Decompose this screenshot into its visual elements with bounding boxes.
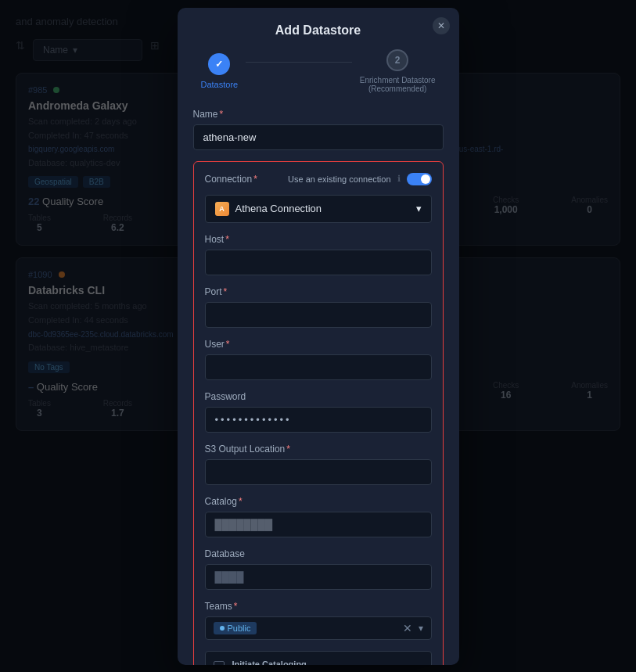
host-group: Host* xyxy=(205,234,432,275)
initiate-title: Initiate Cataloging xyxy=(232,659,423,665)
connection-select[interactable]: A Athena Connection ▾ xyxy=(205,195,432,223)
host-label: Host* xyxy=(205,234,432,245)
database-input[interactable]: ████ xyxy=(205,564,432,590)
database-value: ████ xyxy=(215,571,244,583)
initiate-cataloging-row[interactable]: Initiate Cataloging Automatically start … xyxy=(205,651,432,665)
connection-label: Connection* xyxy=(205,174,257,185)
step-1-label: Datastore xyxy=(201,80,239,89)
user-label: User* xyxy=(205,339,432,350)
connection-name: Athena Connection xyxy=(235,203,322,214)
s3-label: S3 Output Location* xyxy=(205,444,432,455)
catalog-value: ████████ xyxy=(215,519,273,530)
info-icon: ℹ xyxy=(397,174,401,184)
chevron-down-icon: ▾ xyxy=(416,203,422,214)
catalog-group: Catalog* ████████ xyxy=(205,496,432,537)
close-icon: ✕ xyxy=(437,20,445,31)
catalog-label: Catalog* xyxy=(205,496,432,507)
step-2-label: Enrichment Datastore (Recommended) xyxy=(360,76,436,93)
port-group: Port* xyxy=(205,286,432,328)
use-existing-toggle[interactable]: Use an existing connection ℹ xyxy=(288,173,431,185)
s3-group: S3 Output Location* xyxy=(205,444,432,485)
initiate-checkbox[interactable] xyxy=(214,661,225,665)
toggle-switch[interactable] xyxy=(407,173,432,185)
teams-select[interactable]: Public ✕ ▾ xyxy=(205,616,432,640)
database-label: Database xyxy=(205,548,432,559)
name-group: Name* xyxy=(193,109,444,150)
user-input[interactable] xyxy=(205,354,432,380)
s3-input[interactable] xyxy=(205,459,432,485)
stepper: ✓ Datastore 2 Enrichment Datastore (Reco… xyxy=(178,49,459,109)
user-group: User* xyxy=(205,339,432,380)
port-label: Port* xyxy=(205,286,432,297)
catalog-input[interactable]: ████████ xyxy=(205,512,432,537)
step-enrichment: 2 Enrichment Datastore (Recommended) xyxy=(360,49,436,93)
modal-body: Name* Connection* Use an existing connec… xyxy=(178,109,459,665)
teams-chevron-icon: ▾ xyxy=(419,623,423,634)
password-group: Password xyxy=(205,391,432,433)
connection-select-inner: A Athena Connection xyxy=(215,202,322,216)
use-existing-label: Use an existing connection xyxy=(288,174,390,184)
teams-group: Teams* Public ✕ ▾ xyxy=(205,601,432,640)
modal-title: Add Datastore xyxy=(275,23,361,37)
teams-value: Public xyxy=(228,623,251,633)
public-badge: Public xyxy=(214,622,257,634)
athena-icon: A xyxy=(215,202,229,216)
password-label: Password xyxy=(205,391,432,402)
initiate-text: Initiate Cataloging Automatically start … xyxy=(232,659,423,665)
modal-overlay: Add Datastore ✕ ✓ Datastore 2 Enrichment… xyxy=(0,0,636,672)
port-input[interactable] xyxy=(205,302,432,328)
step-1-circle: ✓ xyxy=(208,53,230,75)
database-group: Database ████ xyxy=(205,548,432,590)
add-datastore-modal: Add Datastore ✕ ✓ Datastore 2 Enrichment… xyxy=(178,8,459,665)
host-input[interactable] xyxy=(205,250,432,275)
step-datastore: ✓ Datastore xyxy=(201,53,239,89)
badge-dot xyxy=(220,626,225,631)
password-input[interactable] xyxy=(205,407,432,433)
step-2-circle: 2 xyxy=(386,49,408,71)
connection-section: Connection* Use an existing connection ℹ… xyxy=(193,161,444,665)
step-line xyxy=(246,62,352,63)
clear-teams-button[interactable]: ✕ xyxy=(403,622,412,634)
connection-header: Connection* Use an existing connection ℹ xyxy=(205,173,432,185)
name-input[interactable] xyxy=(193,124,444,150)
modal-header: Add Datastore xyxy=(178,8,459,49)
connection-dropdown-group: A Athena Connection ▾ xyxy=(205,195,432,223)
teams-label: Teams* xyxy=(205,601,432,612)
modal-close-button[interactable]: ✕ xyxy=(433,17,450,34)
teams-actions: ✕ ▾ xyxy=(403,622,423,634)
name-label: Name* xyxy=(193,109,444,120)
